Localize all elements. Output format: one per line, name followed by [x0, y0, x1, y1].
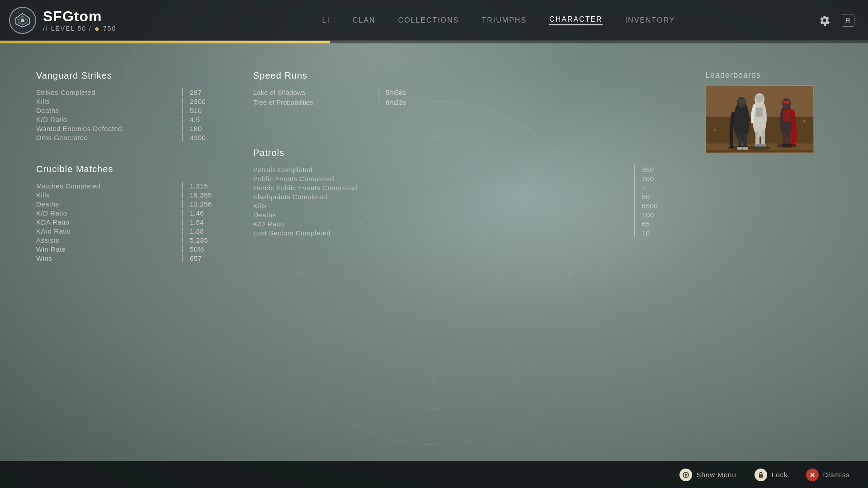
dismiss-action[interactable]: Dismiss	[806, 469, 850, 481]
table-row: Wins 657	[36, 254, 226, 262]
patrols-stats: Patrols Completed 350 Public Events Comp…	[253, 165, 678, 237]
header: SFGtom // LEVEL 50 / ◆ 750 LI CLAN COLLE…	[0, 0, 868, 41]
stat-label: Win Rate	[36, 245, 175, 253]
stat-divider	[182, 254, 183, 262]
svg-point-56	[748, 146, 771, 150]
svg-point-62	[685, 474, 687, 476]
stat-value: 350	[642, 166, 678, 174]
stat-label: Strikes Completed	[36, 89, 175, 96]
stat-divider	[182, 88, 183, 96]
stat-divider	[634, 229, 635, 237]
crucible-matches-stats: Matches Completed 1,315 Kills 19,355 Dea…	[36, 182, 226, 262]
stat-label: Wins	[36, 254, 175, 262]
record-button[interactable]: R	[842, 14, 854, 27]
stat-divider	[182, 227, 183, 235]
nav-item-inventory[interactable]: INVENTORY	[625, 16, 675, 24]
stat-label: Lost Sectors Completed	[253, 229, 627, 237]
svg-point-58	[714, 129, 716, 131]
table-row: Kills 19,355	[36, 191, 226, 199]
stat-label: K/D Ratio	[36, 209, 175, 217]
nav-item-collections[interactable]: COLLECTIONS	[398, 16, 459, 24]
settings-button[interactable]	[816, 12, 833, 28]
stat-value: 1	[642, 184, 678, 192]
speed-runs-stats: Lake of Shadows 5m58s Tree of Probabilit…	[253, 88, 678, 107]
table-row: Win Rate 50%	[36, 245, 226, 253]
stat-value: 50	[642, 193, 678, 201]
stat-value: 1.88	[190, 227, 226, 235]
header-right: R	[816, 12, 868, 28]
light-icon: ◆	[94, 25, 100, 32]
stat-value: 6500	[642, 202, 678, 210]
stat-value: 287	[190, 89, 226, 96]
table-row: K/D Ratio 1.46	[36, 209, 226, 217]
patrols-section: Patrols Patrols Completed 350 Public Eve…	[253, 148, 678, 237]
stat-divider	[182, 115, 183, 123]
stat-value: 5,235	[190, 236, 226, 244]
stat-divider	[182, 191, 183, 199]
table-row: Patrols Completed 350	[253, 165, 678, 174]
record-icon: R	[846, 17, 850, 24]
stat-value: 1.64	[190, 218, 226, 226]
leaderboards-title: Leaderboards	[705, 70, 832, 80]
speed-run-label: Tree of Probabilities	[253, 99, 371, 106]
table-row: Kills 6500	[253, 202, 678, 210]
nav-item-character[interactable]: CHARACTER	[549, 15, 603, 25]
svg-point-68	[760, 475, 761, 476]
stat-divider	[634, 165, 635, 174]
stat-divider	[182, 236, 183, 244]
header-left: SFGtom // LEVEL 50 / ◆ 750	[0, 7, 181, 34]
stat-value: 50%	[190, 245, 226, 253]
speed-run-value: 6m23s	[386, 99, 406, 106]
leaderboards-section: Leaderboards	[705, 70, 832, 153]
stat-label: Orbs Generated	[36, 134, 175, 141]
svg-point-59	[803, 120, 806, 122]
speed-run-value: 5m58s	[386, 89, 406, 96]
leaderboard-image	[705, 85, 814, 153]
table-row: Orbs Generated 4300	[36, 133, 226, 141]
stat-label: Assists	[36, 236, 175, 244]
stat-value: 1.46	[190, 209, 226, 217]
stat-value: 19,355	[190, 191, 226, 199]
light-value: 750	[103, 25, 116, 32]
svg-rect-42	[756, 108, 763, 117]
stat-value: 510	[190, 107, 226, 114]
stat-value: 2300	[190, 98, 226, 105]
stat-divider	[182, 124, 183, 132]
stat-label: Kills	[36, 98, 175, 105]
dismiss-label: Dismiss	[823, 471, 850, 479]
show-menu-button[interactable]	[679, 469, 692, 481]
table-row: Lost Sectors Completed 10	[253, 229, 678, 237]
stat-value: 200	[642, 175, 678, 183]
svg-point-60	[794, 143, 796, 145]
show-menu-action[interactable]: Show Menu	[679, 469, 736, 481]
stat-label: KDA Ratio	[36, 218, 175, 226]
right-column: Leaderboards	[705, 70, 832, 153]
table-row: K/D Ratio 4.5	[36, 115, 226, 123]
nav-item-clan[interactable]: CLAN	[353, 16, 376, 24]
crucible-matches-title: Crucible Matches	[36, 164, 226, 174]
stat-value: 4300	[190, 134, 226, 141]
lock-action[interactable]: Lock	[755, 469, 788, 481]
svg-rect-43	[755, 131, 760, 146]
svg-rect-48	[783, 110, 790, 121]
table-row: Deaths 510	[36, 106, 226, 114]
lock-button[interactable]	[755, 469, 767, 481]
vanguard-strikes-stats: Strikes Completed 287 Kills 2300 Deaths …	[36, 88, 226, 141]
svg-rect-50	[783, 101, 790, 103]
stat-label: Kills	[253, 202, 627, 210]
svg-rect-35	[738, 99, 745, 103]
stat-divider	[182, 106, 183, 114]
stat-label: Kills	[36, 191, 175, 199]
stat-label: Public Events Completed	[253, 175, 627, 183]
nav-item-li[interactable]: LI	[322, 16, 330, 24]
stat-value: 657	[190, 254, 226, 262]
table-row: Public Events Completed 200	[253, 174, 678, 183]
stat-divider	[378, 88, 378, 96]
xp-bar-container	[0, 41, 868, 43]
nav-item-triumphs[interactable]: TRIUMPHS	[482, 16, 527, 24]
stat-divider	[182, 245, 183, 253]
dismiss-button[interactable]	[806, 469, 819, 481]
table-row: Flashpoints Completed 50	[253, 192, 678, 201]
stat-divider	[634, 220, 635, 228]
stat-value: 180	[190, 125, 226, 132]
